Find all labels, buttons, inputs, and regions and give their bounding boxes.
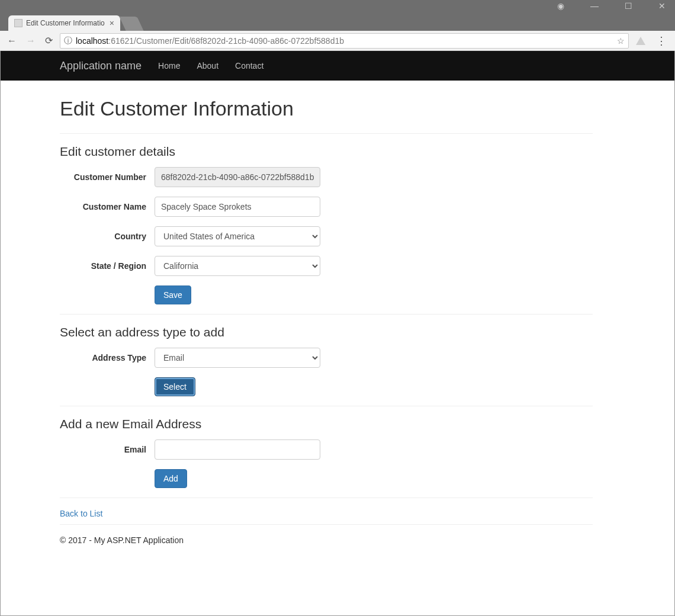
email-input[interactable] [155, 439, 320, 460]
window-close-button[interactable]: ✕ [652, 0, 671, 12]
section-heading-details: Edit customer details [60, 145, 593, 159]
drive-extension-icon[interactable] [636, 37, 645, 45]
label-address-type: Address Type [60, 353, 155, 362]
footer-copyright: © 2017 - My ASP.NET Application [60, 535, 593, 545]
nav-link-contact[interactable]: Contact [235, 61, 263, 70]
divider [60, 524, 593, 525]
url-path: /Customer/Edit/68f8202d-21cb-4090-a86c-0… [134, 36, 344, 46]
customer-number-input [155, 167, 320, 187]
customer-name-input[interactable] [155, 197, 320, 217]
browser-tab-strip: Edit Customer Informatio × [0, 12, 675, 31]
user-account-icon[interactable]: ◉ [551, 0, 570, 12]
new-tab-button[interactable] [119, 17, 143, 31]
save-button[interactable]: Save [155, 285, 191, 304]
tab-favicon-icon [14, 19, 22, 27]
label-country: Country [60, 232, 155, 241]
add-button[interactable]: Add [155, 469, 187, 488]
nav-link-about[interactable]: About [197, 61, 218, 70]
divider [60, 406, 593, 406]
label-customer-name: Customer Name [60, 202, 155, 211]
address-type-select[interactable]: Email [155, 348, 320, 368]
label-email: Email [60, 445, 155, 454]
window-minimize-button[interactable]: — [584, 0, 605, 12]
country-select[interactable]: United States of America [155, 226, 320, 246]
navbar-brand[interactable]: Application name [60, 60, 142, 72]
browser-tab[interactable]: Edit Customer Informatio × [8, 15, 120, 31]
section-heading-address-type: Select an address type to add [60, 325, 593, 339]
label-region: State / Region [60, 261, 155, 271]
address-bar[interactable]: ⓘ localhost:61621/Customer/Edit/68f8202d… [60, 33, 629, 49]
tab-close-icon[interactable]: × [105, 18, 114, 28]
divider [60, 133, 593, 134]
browser-menu-button[interactable]: ⋮ [652, 34, 670, 47]
nav-back-button[interactable]: ← [5, 34, 19, 47]
select-button[interactable]: Select [155, 377, 195, 396]
nav-forward-button: → [24, 34, 38, 47]
region-select[interactable]: California [155, 256, 320, 276]
section-heading-email: Add a new Email Address [60, 417, 593, 431]
back-to-list-link[interactable]: Back to List [60, 509, 102, 518]
window-title-bar: ◉ — ☐ ✕ [0, 0, 675, 12]
site-info-icon[interactable]: ⓘ [64, 36, 72, 46]
divider [60, 314, 593, 315]
site-navbar: Application name Home About Contact [1, 51, 674, 81]
url-host: localhost [76, 36, 108, 46]
url-port: :61621 [108, 36, 134, 46]
divider [60, 498, 593, 498]
page-title: Edit Customer Information [60, 97, 593, 120]
browser-toolbar: ← → ⟳ ⓘ localhost:61621/Customer/Edit/68… [0, 31, 675, 51]
bookmark-star-icon[interactable]: ☆ [617, 36, 625, 46]
label-customer-number: Customer Number [60, 172, 155, 182]
window-maximize-button[interactable]: ☐ [619, 0, 638, 12]
nav-reload-button[interactable]: ⟳ [43, 34, 55, 47]
tab-title: Edit Customer Informatio [26, 19, 105, 27]
nav-link-home[interactable]: Home [158, 61, 180, 70]
